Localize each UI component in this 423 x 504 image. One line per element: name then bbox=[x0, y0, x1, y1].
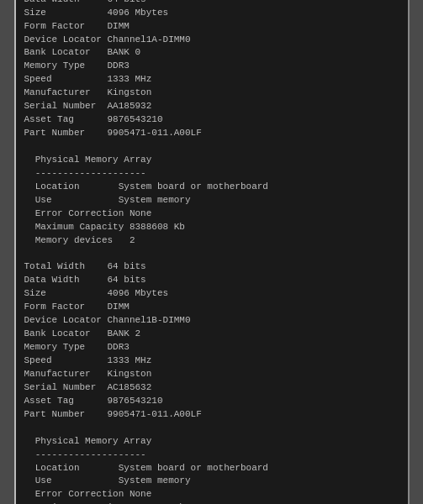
output-text: SMBIOS Report of Memory Device Informati… bbox=[24, 0, 399, 504]
terminal-content: SMBIOS Report of Memory Device Informati… bbox=[16, 0, 408, 504]
main-window: ■ C:\Users\Softpedia\Desktop\smbiosreade… bbox=[14, 0, 410, 504]
